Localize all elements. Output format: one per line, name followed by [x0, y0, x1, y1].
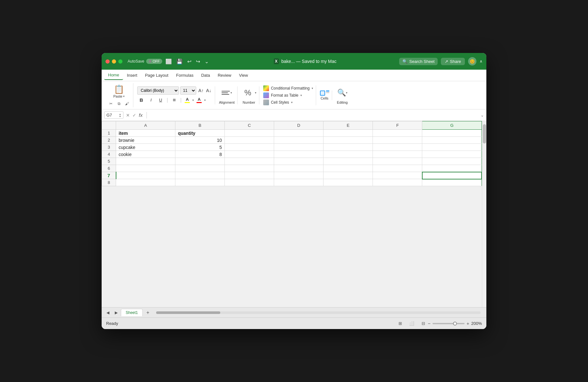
zoom-slider[interactable]	[433, 323, 465, 324]
cell-g4[interactable]	[422, 151, 482, 158]
cell-c7[interactable]	[225, 172, 274, 179]
scroll-thumb[interactable]	[483, 124, 486, 143]
cell-d8[interactable]	[274, 179, 323, 186]
italic-button[interactable]: I	[147, 96, 155, 104]
horizontal-scrollbar[interactable]	[156, 311, 481, 314]
cell-b3[interactable]: 5	[175, 144, 224, 151]
cell-b6[interactable]	[175, 165, 224, 172]
font-family-select[interactable]: Calibri (Body)	[137, 86, 179, 95]
cell-e8[interactable]	[323, 179, 373, 186]
tab-nav-prev[interactable]: ◀	[104, 309, 111, 316]
cell-f3[interactable]	[373, 144, 422, 151]
menu-review[interactable]: Review	[214, 71, 235, 80]
menu-insert[interactable]: Insert	[123, 71, 141, 80]
zoom-slider-thumb[interactable]	[453, 322, 457, 326]
cell-d4[interactable]	[274, 151, 323, 158]
cell-g5[interactable]	[422, 158, 482, 165]
paste-button[interactable]: 📋 Paste ▾	[111, 83, 127, 100]
bold-button[interactable]: B	[137, 96, 146, 104]
cell-reference-box[interactable]: G7 ▲ ▼	[104, 111, 123, 119]
cell-a4[interactable]: cookie	[116, 151, 175, 158]
cell-a3[interactable]: cupcake	[116, 144, 175, 151]
cell-e1[interactable]	[323, 130, 373, 137]
font-color-button[interactable]: A	[195, 97, 203, 103]
cell-b4[interactable]: 8	[175, 151, 224, 158]
cell-f7[interactable]	[373, 172, 422, 179]
font-size-select[interactable]: 11	[180, 86, 196, 95]
col-header-c[interactable]: C	[225, 121, 274, 130]
cell-c6[interactable]	[225, 165, 274, 172]
page-icon[interactable]: ⬜	[165, 58, 172, 65]
undo-icon[interactable]: ↩	[187, 58, 191, 65]
cell-e3[interactable]	[323, 144, 373, 151]
menu-view[interactable]: View	[235, 71, 252, 80]
col-header-a[interactable]: A	[116, 121, 175, 130]
cell-a7[interactable]	[116, 172, 175, 179]
more-icon[interactable]: ⌄	[205, 58, 209, 65]
confirm-formula-icon[interactable]: ✓	[132, 113, 136, 118]
normal-view-button[interactable]: ⊞	[396, 320, 405, 327]
collapse-icon[interactable]: ∧	[480, 59, 483, 64]
cell-c2[interactable]	[225, 137, 274, 144]
cell-b2[interactable]: 10	[175, 137, 224, 144]
decrease-font-size-button[interactable]: A↓	[205, 87, 212, 94]
borders-button[interactable]: ⊞	[170, 96, 178, 104]
cell-c3[interactable]	[225, 144, 274, 151]
maximize-button[interactable]	[118, 59, 122, 64]
cell-styles-dropdown[interactable]: ▾	[291, 101, 293, 104]
number-format-button[interactable]: %	[241, 86, 254, 99]
cell-d6[interactable]	[274, 165, 323, 172]
cell-c4[interactable]	[225, 151, 274, 158]
cut-button[interactable]: ✂	[107, 100, 114, 107]
menu-home[interactable]: Home	[104, 71, 123, 80]
editing-button[interactable]: 🔍 ▾	[336, 86, 349, 99]
copy-button[interactable]: ⧉	[115, 100, 122, 107]
vertical-scrollbar[interactable]	[482, 121, 486, 307]
cell-c8[interactable]	[225, 179, 274, 186]
formula-input[interactable]	[151, 113, 478, 117]
col-header-g[interactable]: G	[422, 121, 482, 130]
add-sheet-button[interactable]: +	[144, 309, 152, 317]
col-header-b[interactable]: B	[175, 121, 224, 130]
tab-nav-next[interactable]: ▶	[113, 309, 120, 316]
cell-a2[interactable]: brownie	[116, 137, 175, 144]
save-icon[interactable]: 💾	[176, 58, 183, 65]
cell-a8[interactable]	[116, 179, 175, 186]
cell-d2[interactable]	[274, 137, 323, 144]
fill-color-button[interactable]: A	[183, 97, 191, 103]
horizontal-scroll-thumb[interactable]	[156, 311, 220, 314]
format-as-table-button[interactable]: Format as Table	[271, 93, 298, 98]
redo-icon[interactable]: ↪	[196, 58, 200, 65]
cell-e5[interactable]	[323, 158, 373, 165]
sheet-tab-sheet1[interactable]: Sheet1	[121, 309, 143, 316]
cell-f4[interactable]	[373, 151, 422, 158]
conditional-formatting-button[interactable]: Conditional Formatting	[271, 86, 310, 91]
cell-c1[interactable]	[225, 130, 274, 137]
fill-color-dropdown[interactable]: ▾	[192, 99, 194, 102]
cell-g3[interactable]	[422, 144, 482, 151]
col-header-d[interactable]: D	[274, 121, 323, 130]
cell-e7[interactable]	[323, 172, 373, 179]
minimize-button[interactable]	[112, 59, 116, 64]
menu-formulas[interactable]: Formulas	[172, 71, 197, 80]
col-header-e[interactable]: E	[323, 121, 373, 130]
cell-g7[interactable]	[422, 172, 482, 179]
zoom-in-button[interactable]: +	[466, 321, 469, 326]
cell-a6[interactable]	[116, 165, 175, 172]
underline-button[interactable]: U	[156, 96, 165, 104]
page-break-view-button[interactable]: ⊟	[419, 320, 428, 327]
page-layout-view-button[interactable]: ⬜	[407, 320, 416, 327]
cell-d7[interactable]	[274, 172, 323, 179]
cell-d3[interactable]	[274, 144, 323, 151]
cell-e4[interactable]	[323, 151, 373, 158]
increase-font-size-button[interactable]: A↑	[197, 87, 205, 94]
fx-icon[interactable]: fx	[139, 112, 143, 118]
cell-f8[interactable]	[373, 179, 422, 186]
cell-e6[interactable]	[323, 165, 373, 172]
cell-g1[interactable]	[422, 130, 482, 137]
cell-b5[interactable]	[175, 158, 224, 165]
autosave-toggle[interactable]: OFF	[146, 59, 162, 64]
conditional-formatting-dropdown[interactable]: ▾	[312, 87, 313, 90]
cancel-formula-icon[interactable]: ✕	[126, 113, 130, 118]
cell-b1[interactable]: quantity	[175, 130, 224, 137]
